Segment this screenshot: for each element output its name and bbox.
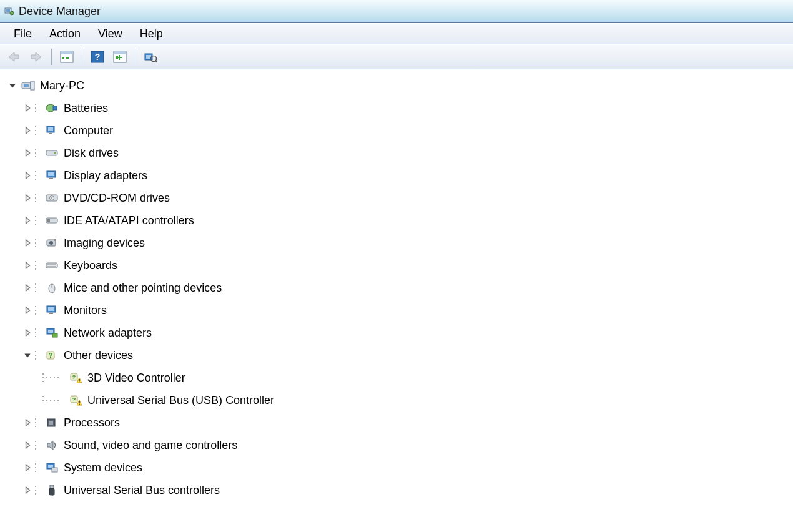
help-button[interactable]: ? — [87, 47, 108, 66]
tree-category[interactable]: ?Other devices — [22, 344, 789, 367]
svg-point-89 — [46, 377, 47, 378]
expand-toggle-icon[interactable] — [22, 126, 32, 135]
svg-point-101 — [57, 400, 59, 401]
svg-rect-57 — [54, 239, 56, 241]
svg-rect-29 — [49, 133, 52, 134]
properties-button[interactable] — [140, 47, 161, 66]
collapse-toggle-icon[interactable] — [7, 81, 17, 91]
forward-button[interactable] — [26, 47, 47, 66]
svg-rect-122 — [50, 485, 54, 488]
svg-point-66 — [35, 291, 36, 292]
svg-point-105 — [35, 418, 36, 420]
tree-category[interactable]: Network adapters — [22, 322, 789, 344]
tree-category-label: Mice and other pointing devices — [62, 282, 222, 295]
tree-category[interactable]: Monitors — [22, 299, 789, 322]
tree-category[interactable]: Universal Serial Bus controllers — [22, 479, 789, 501]
menu-help[interactable]: Help — [131, 26, 172, 42]
sound-icon — [45, 438, 59, 452]
svg-point-97 — [42, 400, 44, 401]
svg-point-48 — [35, 220, 36, 221]
usb-icon — [45, 483, 59, 497]
expand-toggle-icon[interactable] — [22, 440, 32, 450]
expand-toggle-icon[interactable] — [22, 238, 32, 248]
tree-category[interactable]: Processors — [22, 411, 789, 434]
tree-category-label: Universal Serial Bus controllers — [62, 484, 220, 497]
tree-category-label: Processors — [62, 416, 120, 430]
tree-category-label: Sound, video and game controllers — [62, 439, 237, 452]
svg-rect-39 — [48, 172, 54, 176]
tree-leaf[interactable]: ?!3D Video Controller — [41, 367, 789, 389]
toolbar: ? — [0, 44, 793, 69]
svg-rect-80 — [52, 333, 57, 337]
tree-connector — [34, 192, 42, 204]
properties-icon — [144, 51, 157, 63]
svg-rect-74 — [49, 313, 53, 314]
expand-toggle-icon[interactable] — [22, 193, 32, 203]
svg-point-37 — [35, 179, 36, 180]
svg-line-15 — [155, 61, 157, 62]
menu-file[interactable]: File — [5, 26, 41, 42]
tree-category-label: System devices — [62, 461, 142, 475]
svg-point-83 — [35, 358, 36, 360]
svg-rect-118 — [52, 468, 57, 472]
tree-category[interactable]: DVD/CD-ROM drives — [22, 187, 789, 209]
tree-category[interactable]: Mice and other pointing devices — [22, 277, 789, 299]
menu-action[interactable]: Action — [41, 26, 89, 42]
svg-rect-51 — [47, 219, 50, 222]
svg-rect-61 — [46, 263, 57, 268]
tree-category-label: Computer — [62, 124, 113, 137]
back-button[interactable] — [3, 47, 24, 66]
expand-toggle-icon[interactable] — [22, 305, 32, 315]
expand-toggle-icon[interactable] — [22, 215, 32, 225]
show-hide-console-tree-button[interactable] — [56, 47, 77, 66]
expand-toggle-icon[interactable] — [22, 260, 32, 270]
tree-leaf[interactable]: ?!Universal Serial Bus (USB) Controller — [41, 389, 789, 411]
svg-point-32 — [35, 156, 36, 157]
svg-point-107 — [35, 426, 36, 427]
menu-view[interactable]: View — [89, 26, 131, 42]
tree-category[interactable]: Batteries — [22, 97, 789, 119]
svg-rect-17 — [24, 84, 29, 87]
svg-point-91 — [54, 377, 55, 378]
system-icon — [45, 461, 59, 475]
svg-text:!: ! — [79, 400, 81, 406]
tree-category[interactable]: Computer — [22, 119, 789, 142]
expand-toggle-icon[interactable] — [22, 103, 32, 113]
expand-toggle-icon[interactable] — [22, 170, 32, 180]
svg-point-59 — [35, 265, 36, 266]
svg-point-58 — [35, 261, 36, 262]
collapse-toggle-icon[interactable] — [22, 350, 32, 360]
tree-category[interactable]: Disk drives — [22, 142, 789, 164]
device-tree: Mary-PC BatteriesComputerDisk drivesDisp… — [0, 69, 793, 506]
svg-point-24 — [35, 126, 36, 127]
scan-hardware-button[interactable] — [109, 47, 131, 66]
tree-connector — [34, 237, 42, 249]
tree-category[interactable]: IDE ATA/ATAPI controllers — [22, 209, 789, 232]
tree-category[interactable]: Sound, video and game controllers — [22, 434, 789, 456]
window-title: Device Manager — [19, 5, 101, 18]
tree-connector — [41, 394, 66, 406]
svg-point-115 — [35, 471, 36, 472]
expand-toggle-icon[interactable] — [22, 148, 32, 158]
expand-toggle-icon[interactable] — [22, 283, 32, 293]
svg-text:?: ? — [72, 374, 76, 380]
expand-toggle-icon[interactable] — [22, 418, 32, 428]
tree-root[interactable]: Mary-PC — [7, 74, 789, 97]
tree-category[interactable]: Display adapters — [22, 164, 789, 187]
arrow-left-icon — [7, 51, 21, 62]
expand-toggle-icon[interactable] — [22, 485, 32, 495]
display-icon — [45, 169, 59, 182]
expand-toggle-icon[interactable] — [22, 463, 32, 473]
toolbar-separator — [135, 49, 135, 65]
svg-point-100 — [54, 400, 55, 401]
expand-toggle-icon[interactable] — [22, 328, 32, 338]
tree-category[interactable]: Keyboards — [22, 254, 789, 277]
svg-rect-79 — [48, 330, 53, 333]
svg-point-34 — [54, 152, 56, 154]
cpu-icon — [45, 416, 59, 430]
tree-connector — [34, 147, 42, 159]
tree-connector — [34, 304, 42, 317]
tree-category[interactable]: Imaging devices — [22, 232, 789, 254]
tree-category[interactable]: System devices — [22, 456, 789, 479]
tree-category-label: Disk drives — [62, 147, 119, 160]
